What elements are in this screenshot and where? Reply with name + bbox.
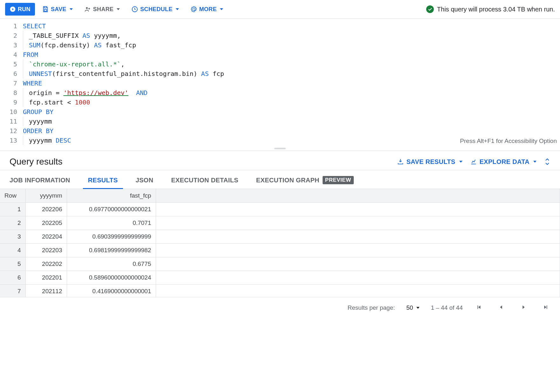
code-content[interactable]: FROM bbox=[23, 50, 38, 59]
download-icon bbox=[397, 158, 404, 165]
results-table: Row yyyymm fast_fcp 12022060.69770000000… bbox=[0, 189, 560, 297]
cell-yyyymm: 202203 bbox=[25, 244, 67, 257]
save-icon bbox=[42, 6, 49, 13]
results-pager: Results per page: 50 1 – 44 of 44 bbox=[0, 297, 560, 318]
editor-line[interactable]: 8origin = 'https://web.dev' AND bbox=[0, 88, 560, 98]
cell-row: 7 bbox=[0, 285, 25, 297]
pager-label: Results per page: bbox=[348, 304, 395, 311]
table-row[interactable]: 22022050.7071 bbox=[0, 216, 560, 230]
table-row[interactable]: 42022030.69819999999999982 bbox=[0, 244, 560, 257]
results-header: Query results SAVE RESULTS EXPLORE DATA bbox=[0, 151, 560, 170]
check-icon bbox=[426, 5, 434, 13]
code-content[interactable]: SELECT bbox=[23, 21, 46, 31]
cell-row: 6 bbox=[0, 271, 25, 285]
table-row[interactable]: 52022020.6775 bbox=[0, 257, 560, 271]
dropdown-icon bbox=[220, 8, 223, 10]
editor-line[interactable]: 10GROUP BY bbox=[0, 107, 560, 117]
tab-results[interactable]: RESULTS bbox=[88, 170, 118, 189]
schedule-label: SCHEDULE bbox=[140, 6, 172, 12]
cell-empty bbox=[156, 244, 560, 257]
prev-page-button[interactable] bbox=[496, 302, 506, 313]
line-number: 12 bbox=[0, 126, 23, 136]
schedule-icon bbox=[131, 6, 138, 13]
editor-line[interactable]: 4FROM bbox=[0, 50, 560, 59]
svg-point-2 bbox=[86, 7, 88, 9]
tab-json[interactable]: JSON bbox=[136, 170, 154, 189]
schedule-button[interactable]: SCHEDULE bbox=[127, 3, 183, 16]
line-number: 9 bbox=[0, 98, 23, 107]
editor-line[interactable]: 12ORDER BY bbox=[0, 126, 560, 136]
editor-line[interactable]: 1SELECT bbox=[0, 21, 560, 31]
code-content[interactable]: yyyymm bbox=[23, 117, 52, 126]
line-number: 1 bbox=[0, 21, 23, 31]
table-row[interactable]: 12022060.69770000000000021 bbox=[0, 203, 560, 216]
table-row[interactable]: 62022010.58960000000000024 bbox=[0, 271, 560, 285]
code-content[interactable]: WHERE bbox=[23, 78, 42, 88]
line-number: 2 bbox=[0, 31, 23, 40]
editor-toolbar: RUN SAVE SHARE SCHEDULE MORE This qu bbox=[0, 0, 560, 19]
cell-row: 5 bbox=[0, 257, 25, 271]
cell-empty bbox=[156, 203, 560, 216]
code-content[interactable]: `chrome-ux-report.all.*`, bbox=[23, 59, 125, 69]
cell-fast-fcp: 0.4169000000000001 bbox=[67, 285, 156, 297]
cell-empty bbox=[156, 285, 560, 297]
line-number: 13 bbox=[0, 136, 23, 145]
col-empty bbox=[156, 189, 560, 203]
table-row[interactable]: 32022040.6903999999999999 bbox=[0, 230, 560, 244]
code-content[interactable]: yyyymm DESC bbox=[23, 136, 71, 145]
col-row[interactable]: Row bbox=[0, 189, 25, 203]
editor-line[interactable]: 9fcp.start < 1000 bbox=[0, 98, 560, 107]
validator-text: This query will process 3.04 TB when run… bbox=[437, 6, 555, 13]
pager-range: 1 – 44 of 44 bbox=[431, 304, 463, 311]
resize-handle[interactable] bbox=[0, 146, 560, 151]
save-results-button[interactable]: SAVE RESULTS bbox=[397, 158, 462, 166]
expand-collapse-button[interactable] bbox=[544, 158, 550, 166]
col-yyyymm[interactable]: yyyymm bbox=[25, 189, 67, 203]
line-number: 7 bbox=[0, 78, 23, 88]
page-size-select[interactable]: 50 bbox=[406, 304, 419, 311]
explore-data-button[interactable]: EXPLORE DATA bbox=[470, 158, 536, 166]
code-content[interactable]: origin = 'https://web.dev' AND bbox=[23, 88, 147, 98]
results-title: Query results bbox=[10, 157, 389, 167]
chart-icon bbox=[470, 158, 477, 165]
editor-line[interactable]: 3SUM(fcp.density) AS fast_fcp bbox=[0, 40, 560, 50]
editor-line[interactable]: 11yyyymm bbox=[0, 117, 560, 126]
code-content[interactable]: fcp.start < 1000 bbox=[23, 98, 90, 107]
editor-line[interactable]: 6UNNEST(first_contentful_paint.histogram… bbox=[0, 69, 560, 78]
save-button[interactable]: SAVE bbox=[38, 3, 77, 16]
cell-yyyymm: 202206 bbox=[25, 203, 67, 216]
code-content[interactable]: _TABLE_SUFFIX AS yyyymm, bbox=[23, 31, 121, 40]
explore-data-label: EXPLORE DATA bbox=[480, 158, 529, 166]
run-label: RUN bbox=[18, 6, 31, 12]
line-number: 3 bbox=[0, 40, 23, 50]
run-button[interactable]: RUN bbox=[5, 3, 35, 16]
cell-fast-fcp: 0.6903999999999999 bbox=[67, 230, 156, 244]
line-number: 11 bbox=[0, 117, 23, 126]
col-fast-fcp[interactable]: fast_fcp bbox=[67, 189, 156, 203]
share-button[interactable]: SHARE bbox=[80, 3, 125, 16]
dropdown-icon bbox=[533, 161, 536, 163]
editor-line[interactable]: 5`chrome-ux-report.all.*`, bbox=[0, 59, 560, 69]
tab-job-information[interactable]: JOB INFORMATION bbox=[10, 170, 70, 189]
results-tabs: JOB INFORMATION RESULTS JSON EXECUTION D… bbox=[0, 170, 560, 189]
more-label: MORE bbox=[199, 6, 217, 12]
cell-row: 2 bbox=[0, 216, 25, 230]
sql-editor[interactable]: 1SELECT2_TABLE_SUFFIX AS yyyymm,3SUM(fcp… bbox=[0, 19, 560, 146]
table-row[interactable]: 72021120.4169000000000001 bbox=[0, 285, 560, 297]
editor-line[interactable]: 2_TABLE_SUFFIX AS yyyymm, bbox=[0, 31, 560, 40]
tab-execution-graph[interactable]: EXECUTION GRAPH PREVIEW bbox=[256, 170, 354, 189]
editor-line[interactable]: 7WHERE bbox=[0, 78, 560, 88]
more-button[interactable]: MORE bbox=[186, 3, 228, 16]
results-table-wrap[interactable]: Row yyyymm fast_fcp 12022060.69770000000… bbox=[0, 189, 560, 297]
code-content[interactable]: UNNEST(first_contentful_paint.histogram.… bbox=[23, 69, 224, 78]
tab-execution-details[interactable]: EXECUTION DETAILS bbox=[171, 170, 238, 189]
last-page-button[interactable] bbox=[541, 302, 550, 313]
share-icon bbox=[84, 6, 91, 13]
code-content[interactable]: SUM(fcp.density) AS fast_fcp bbox=[23, 40, 136, 50]
code-content[interactable]: GROUP BY bbox=[23, 107, 53, 117]
first-page-button[interactable] bbox=[474, 302, 484, 313]
query-validator: This query will process 3.04 TB when run… bbox=[426, 5, 555, 13]
next-page-button[interactable] bbox=[519, 302, 528, 313]
code-content[interactable]: ORDER BY bbox=[23, 126, 53, 136]
dropdown-icon bbox=[416, 307, 420, 309]
